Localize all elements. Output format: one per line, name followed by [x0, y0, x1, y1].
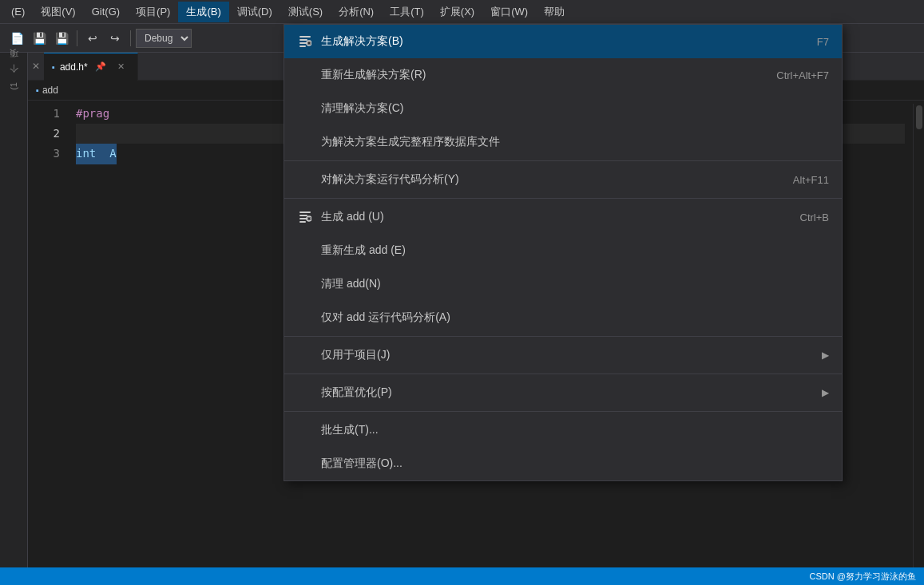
menu-divider-10 — [284, 374, 842, 374]
menubar-item-build[interactable]: 生成(B) — [178, 2, 228, 22]
menu-item-only-for-project[interactable]: 仅用于项目(J)▶ — [284, 338, 842, 372]
tab-file-icon: ▪ — [52, 62, 55, 72]
menubar-item-test[interactable]: 测试(S) — [280, 2, 331, 22]
editor-scrollbar[interactable] — [913, 104, 924, 582]
tab-close-all-button[interactable]: ✕ — [28, 53, 44, 81]
menu-item-label-clean-add: 清理 add(N) — [321, 277, 829, 291]
menu-item-arrow-optimize-config: ▶ — [822, 387, 829, 398]
tab-label: add.h* — [60, 61, 88, 73]
menu-divider-5 — [284, 198, 842, 199]
save-button[interactable]: 💾 — [29, 28, 50, 49]
menu-item-arrow-only-for-project: ▶ — [822, 350, 829, 361]
svg-rect-10 — [299, 215, 307, 216]
menu-item-label-code-analysis: 对解决方案运行代码分析(Y) — [321, 172, 793, 187]
tab-close-button[interactable]: ✕ — [113, 59, 129, 75]
menu-item-optimize-config[interactable]: 按配置优化(P)▶ — [284, 376, 842, 409]
scrollbar-thumb[interactable] — [916, 105, 922, 129]
menubar-item-analyze[interactable]: 分析(N) — [331, 2, 382, 22]
redo-button[interactable]: ↪ — [105, 28, 125, 49]
menu-item-shortcut-build-solution: F7 — [817, 36, 829, 48]
menu-item-shortcut-build-add: Ctrl+B — [800, 211, 829, 223]
sidebar: 项 (1 个 — [0, 53, 28, 585]
tab-add-h[interactable]: ▪ add.h* 📌 ✕ — [44, 53, 138, 81]
menubar-item-window[interactable]: 窗口(W) — [482, 2, 536, 22]
menu-item-label-batch-build: 批生成(T)... — [321, 423, 829, 437]
svg-rect-9 — [299, 211, 311, 213]
menubar-item-tools[interactable]: 工具(T) — [382, 2, 432, 22]
menubar-item-git[interactable]: Git(G) — [84, 2, 128, 21]
save-all-button[interactable]: 💾 — [51, 28, 72, 49]
menu-item-label-clean-solution: 清理解决方案(C) — [321, 101, 829, 116]
menu-item-rebuild-add[interactable]: 重新生成 add (E) — [284, 234, 842, 267]
menu-item-clean-solution[interactable]: 清理解决方案(C) — [284, 92, 842, 125]
undo-button[interactable]: ↩ — [82, 28, 103, 49]
menu-item-label-generate-db: 为解决方案生成完整程序数据库文件 — [321, 135, 829, 149]
menu-item-batch-build[interactable]: 批生成(T)... — [284, 413, 842, 447]
tab-pin-button[interactable]: 📌 — [93, 59, 109, 75]
menubar: (E) 视图(V) Git(G) 项目(P) 生成(B) 调试(D) 测试(S)… — [0, 0, 924, 24]
svg-rect-12 — [299, 221, 306, 223]
menu-item-icon-build-solution — [297, 34, 313, 49]
menubar-item-help[interactable]: 帮助 — [536, 2, 573, 22]
line-number-1: 1 — [36, 104, 60, 124]
code-pragma-directive: #prag — [76, 104, 109, 124]
menu-item-clean-add[interactable]: 清理 add(N) — [284, 267, 842, 301]
menu-item-code-analysis[interactable]: 对解决方案运行代码分析(Y)Alt+F11 — [284, 163, 842, 196]
new-file-button[interactable]: 📄 — [6, 28, 27, 49]
menu-item-label-build-add: 生成 add (U) — [321, 210, 800, 224]
status-bar-text: CSDN @努力学习游泳的鱼 — [810, 571, 916, 583]
breadcrumb-file-icon: ▪ — [36, 85, 39, 95]
status-bar: CSDN @努力学习游泳的鱼 — [0, 567, 924, 585]
line-number-2: 2 — [36, 124, 60, 144]
line-numbers: 1 2 3 — [28, 104, 68, 582]
menubar-item-extensions[interactable]: 扩展(X) — [432, 2, 482, 22]
build-dropdown-menu: 生成解决方案(B)F7重新生成解决方案(R)Ctrl+Alt+F7清理解决方案(… — [284, 24, 843, 481]
svg-rect-3 — [299, 45, 306, 47]
toolbar-separator-2 — [130, 30, 131, 46]
breadcrumb-label[interactable]: add — [42, 85, 58, 96]
menu-item-run-analysis-add[interactable]: 仅对 add 运行代码分析(A) — [284, 301, 842, 334]
debug-mode-dropdown[interactable]: Debug — [136, 29, 192, 48]
line-number-3: 3 — [36, 144, 60, 164]
toolbar-separator-1 — [77, 30, 77, 46]
menubar-item-project[interactable]: 项目(P) — [128, 2, 178, 22]
menu-item-build-add[interactable]: 生成 add (U)Ctrl+B — [284, 200, 842, 234]
menubar-item-debug[interactable]: 调试(D) — [229, 2, 280, 22]
sidebar-item-count[interactable]: (1 个 — [6, 72, 22, 98]
menu-item-label-build-solution: 生成解决方案(B) — [321, 34, 817, 49]
menu-item-icon-build-add — [297, 209, 313, 225]
code-int-keyword: int A — [76, 144, 117, 164]
svg-rect-1 — [299, 39, 307, 41]
menu-item-shortcut-code-analysis: Alt+F11 — [793, 174, 829, 186]
menu-item-shortcut-rebuild-solution: Ctrl+Alt+F7 — [776, 69, 829, 81]
menu-item-label-run-analysis-add: 仅对 add 运行代码分析(A) — [321, 310, 829, 325]
sidebar-item-project[interactable]: 项 — [6, 56, 22, 72]
menu-item-label-only-for-project: 仅用于项目(J) — [321, 348, 815, 362]
code-line-2-content — [76, 124, 82, 144]
menu-item-build-solution[interactable]: 生成解决方案(B)F7 — [284, 25, 842, 58]
menu-divider-11 — [284, 411, 842, 412]
menu-item-label-rebuild-add: 重新生成 add (E) — [321, 243, 829, 258]
menu-item-generate-db[interactable]: 为解决方案生成完整程序数据库文件 — [284, 125, 842, 159]
menu-item-label-config-manager: 配置管理器(O)... — [321, 457, 829, 471]
svg-rect-0 — [299, 36, 311, 38]
menu-item-config-manager[interactable]: 配置管理器(O)... — [284, 447, 842, 480]
menubar-item-e[interactable]: (E) — [3, 2, 33, 21]
menu-divider-9 — [284, 336, 842, 337]
menu-item-rebuild-solution[interactable]: 重新生成解决方案(R)Ctrl+Alt+F7 — [284, 58, 842, 92]
menu-divider-4 — [284, 160, 842, 161]
menu-item-label-rebuild-solution: 重新生成解决方案(R) — [321, 68, 776, 82]
menu-item-label-optimize-config: 按配置优化(P) — [321, 385, 815, 400]
menubar-item-view[interactable]: 视图(V) — [33, 2, 83, 22]
